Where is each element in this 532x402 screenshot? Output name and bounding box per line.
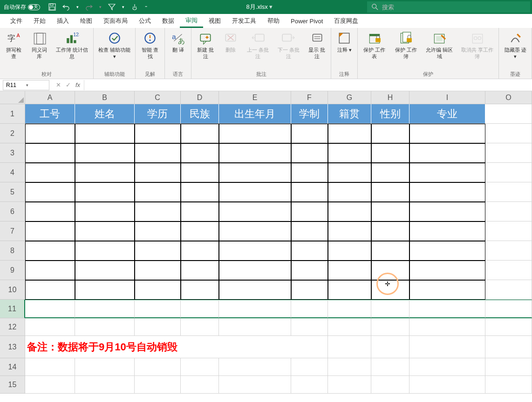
cell-C14[interactable] [135, 358, 181, 376]
cell-O1[interactable] [485, 104, 532, 124]
cell-E8[interactable] [219, 241, 291, 261]
cell-B6[interactable] [75, 202, 135, 221]
cell-F2[interactable] [291, 124, 328, 143]
cell-C4[interactable] [135, 163, 181, 182]
accept-formula-icon[interactable]: ✓ [66, 81, 71, 88]
cell-O2[interactable] [485, 124, 532, 143]
tab-插入[interactable]: 插入 [51, 14, 75, 28]
cell-E7[interactable] [219, 221, 291, 241]
cell-F1[interactable]: 学制 [291, 104, 328, 124]
cell-A15[interactable] [25, 376, 75, 394]
cell-O5[interactable] [485, 182, 532, 202]
ribbon-notes-button[interactable]: 注释 ▾ [334, 30, 355, 54]
cell-O4[interactable] [485, 163, 532, 182]
cell-G3[interactable] [328, 143, 371, 163]
cell-G8[interactable] [328, 241, 371, 261]
cell-D7[interactable] [181, 221, 219, 241]
cell-G12[interactable] [328, 318, 371, 336]
col-header-O[interactable]: O [485, 91, 532, 104]
cell-B5[interactable] [75, 182, 135, 202]
cell[interactable] [485, 336, 532, 358]
cell-A9[interactable] [25, 261, 75, 280]
cell-B2[interactable] [75, 124, 135, 143]
cell-F5[interactable] [291, 182, 328, 202]
cell-A4[interactable] [25, 163, 75, 182]
cell-I9[interactable] [409, 261, 485, 280]
ribbon-check-button[interactable]: 检查 辅助功能 ▾ [96, 30, 133, 61]
cell-O11[interactable] [485, 300, 532, 318]
cell-H6[interactable] [371, 202, 409, 221]
cell-E12[interactable] [219, 318, 291, 336]
cell-A3[interactable] [25, 143, 75, 163]
cell-E2[interactable] [219, 124, 291, 143]
cell-O12[interactable] [485, 318, 532, 336]
cell-I2[interactable] [409, 124, 485, 143]
ribbon-newcomment-button[interactable]: ✦新建 批注 [194, 30, 217, 61]
cell-B11[interactable] [75, 300, 135, 318]
ribbon-protectbook-button[interactable]: 保护 工作簿 [392, 30, 419, 61]
select-all-corner[interactable] [0, 91, 25, 104]
cell-H5[interactable] [371, 182, 409, 202]
cell-I7[interactable] [409, 221, 485, 241]
ribbon-smart-button[interactable]: 智能 查找 [138, 30, 162, 61]
cell-A11[interactable] [25, 300, 75, 318]
cell-B10[interactable] [75, 280, 135, 300]
undo-icon[interactable] [62, 3, 70, 11]
cell-A7[interactable] [25, 221, 75, 241]
ribbon-protectsheet-button[interactable]: 保护 工作表 [361, 30, 388, 61]
cell[interactable] [371, 336, 409, 358]
col-header-I[interactable]: I [409, 91, 485, 104]
cell-O8[interactable] [485, 241, 532, 261]
cancel-formula-icon[interactable]: ✕ [56, 81, 61, 88]
tab-页面布局[interactable]: 页面布局 [98, 14, 133, 28]
cell-F15[interactable] [291, 376, 328, 394]
cell-H11[interactable] [371, 300, 409, 318]
cell-I11[interactable] [409, 300, 485, 318]
row-header-14[interactable]: 14 [0, 358, 25, 376]
cell-H8[interactable] [371, 241, 409, 261]
cell-F8[interactable] [291, 241, 328, 261]
cell-B8[interactable] [75, 241, 135, 261]
cell-B12[interactable] [75, 318, 135, 336]
autosave-toggle[interactable]: 自动保存 关 [0, 3, 44, 11]
cell-F7[interactable] [291, 221, 328, 241]
col-header-B[interactable]: B [75, 91, 135, 104]
filter-dropdown-icon[interactable]: ▾ [122, 5, 124, 9]
cell-G10[interactable] [328, 280, 371, 300]
cell-A8[interactable] [25, 241, 75, 261]
search-box[interactable] [367, 1, 530, 13]
cell-I4[interactable] [409, 163, 485, 182]
cell-E9[interactable] [219, 261, 291, 280]
row-header-11[interactable]: 11 [0, 300, 25, 318]
cell-D3[interactable] [181, 143, 219, 163]
cell-C7[interactable] [135, 221, 181, 241]
cell-D4[interactable] [181, 163, 219, 182]
cell-C3[interactable] [135, 143, 181, 163]
cell-O3[interactable] [485, 143, 532, 163]
redo-icon[interactable] [85, 3, 93, 11]
formula-input[interactable] [84, 80, 532, 90]
cell-H7[interactable] [371, 221, 409, 241]
cell-A12[interactable] [25, 318, 75, 336]
remark-cell[interactable]: 备注：数据将于9月10号自动销毁 [25, 336, 328, 358]
cell-G6[interactable] [328, 202, 371, 221]
tab-开始[interactable]: 开始 [28, 14, 51, 28]
cell-B15[interactable] [75, 376, 135, 394]
col-header-E[interactable]: E [219, 91, 291, 104]
row-header-10[interactable]: 10 [0, 280, 25, 300]
row-header-9[interactable]: 9 [0, 261, 25, 280]
cell-G4[interactable] [328, 163, 371, 182]
cell-F6[interactable] [291, 202, 328, 221]
row-header-6[interactable]: 6 [0, 202, 25, 221]
cell-A2[interactable] [25, 124, 75, 143]
cell-O6[interactable] [485, 202, 532, 221]
cell-A6[interactable] [25, 202, 75, 221]
row-header-15[interactable]: 15 [0, 376, 25, 394]
cell-E10[interactable] [219, 280, 291, 300]
ribbon-stats-button[interactable]: 123工作簿 统计信息 [54, 30, 90, 61]
cell-A14[interactable] [25, 358, 75, 376]
cell-D1[interactable]: 民族 [181, 104, 219, 124]
cell-O7[interactable] [485, 221, 532, 241]
cell-O14[interactable] [485, 358, 532, 376]
cell-H15[interactable] [371, 376, 409, 394]
